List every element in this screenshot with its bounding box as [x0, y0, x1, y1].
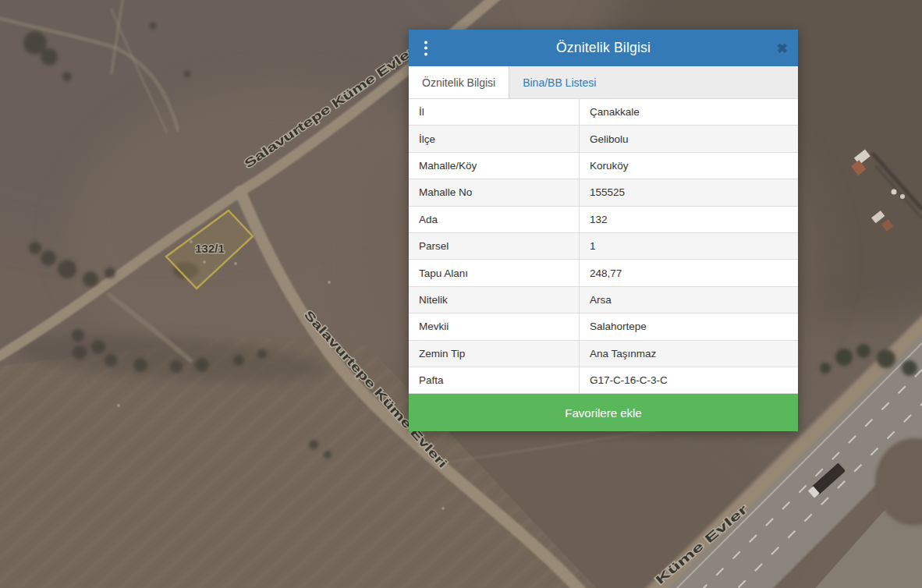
row-value: Ana Taşınmaz — [579, 341, 798, 367]
dialog-tabbar: Öznitelik Bilgisi Bina/BB Listesi — [409, 66, 798, 99]
app-window: 132/1 Salavurtepe Küme Evleri Salavurtep… — [0, 0, 922, 588]
dialog-header[interactable]: Öznitelik Bilgisi ✖ — [409, 30, 798, 66]
kebab-menu-icon[interactable] — [421, 37, 431, 58]
row-value: G17-C-16-C-3-C — [579, 367, 798, 393]
attribute-rows: İl Çanakkale İlçe Gelibolu Mahalle/Köy K… — [409, 99, 798, 394]
row-value: 1 — [579, 233, 798, 259]
tab-bina-bb-listesi[interactable]: Bina/BB Listesi — [509, 66, 609, 98]
row-label: İl — [409, 99, 579, 125]
table-row: Tapu Alanı 248,77 — [409, 260, 798, 286]
row-label: Zemin Tip — [409, 341, 579, 367]
row-label: Mahalle/Köy — [409, 153, 579, 179]
table-row: Zemin Tip Ana Taşınmaz — [409, 341, 798, 367]
tab-oznitelik-bilgisi[interactable]: Öznitelik Bilgisi — [409, 66, 509, 98]
parcel-label: 132/1 — [195, 242, 225, 255]
row-label: Mevkii — [409, 313, 579, 339]
row-value: 248,77 — [579, 260, 798, 285]
row-label: Parsel — [409, 233, 579, 259]
row-value: Koruköy — [579, 153, 798, 179]
row-label: İlçe — [409, 126, 579, 151]
row-label: Ada — [409, 207, 579, 232]
row-value: Arsa — [579, 287, 798, 313]
table-row: İl Çanakkale — [409, 99, 798, 126]
table-row: Pafta G17-C-16-C-3-C — [409, 367, 798, 394]
row-value: Salahortepe — [579, 313, 798, 339]
table-row: Ada 132 — [409, 207, 798, 233]
close-icon[interactable]: ✖ — [777, 41, 788, 55]
attribute-dialog: Öznitelik Bilgisi ✖ Öznitelik Bilgisi Bi… — [409, 30, 798, 431]
table-row: Mahalle/Köy Koruköy — [409, 153, 798, 179]
row-value: 132 — [579, 207, 798, 232]
table-row: Mevkii Salahortepe — [409, 313, 798, 340]
row-label: Pafta — [409, 367, 579, 393]
table-row: Mahalle No 155525 — [409, 179, 798, 206]
row-label: Mahalle No — [409, 179, 579, 205]
row-label: Nitelik — [409, 287, 579, 313]
table-row: İlçe Gelibolu — [409, 126, 798, 152]
table-row: Parsel 1 — [409, 233, 798, 260]
row-value: Çanakkale — [579, 99, 798, 125]
row-value: 155525 — [579, 179, 798, 205]
row-value: Gelibolu — [579, 126, 798, 151]
table-row: Nitelik Arsa — [409, 287, 798, 313]
dialog-title: Öznitelik Bilgisi — [556, 40, 651, 56]
add-to-favorites-button[interactable]: Favorilere ekle — [409, 394, 798, 431]
row-label: Tapu Alanı — [409, 260, 579, 285]
